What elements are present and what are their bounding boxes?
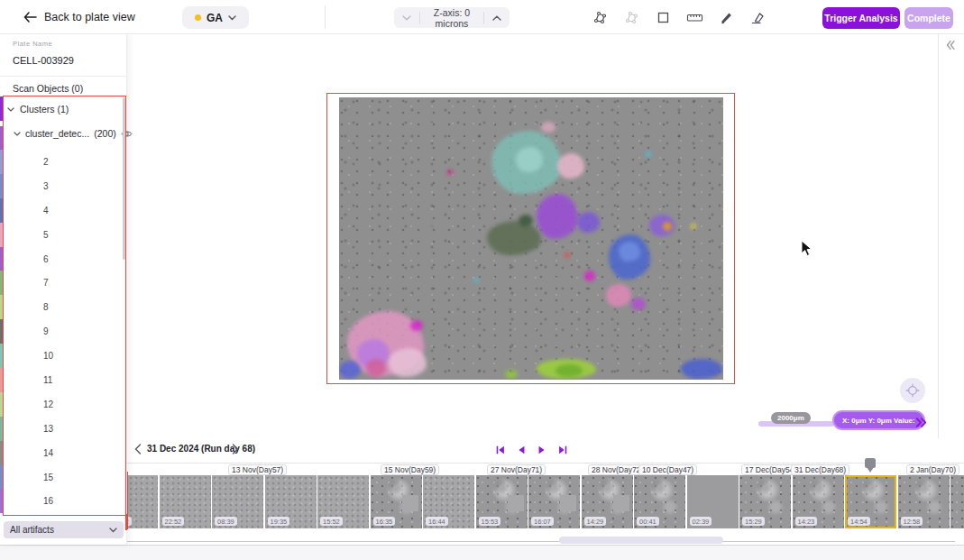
cluster-row[interactable]: 13 (0, 417, 124, 441)
well-selector-dropdown[interactable]: GA (182, 6, 249, 29)
cluster-color-chip (0, 417, 4, 441)
expand-right-icon[interactable] (913, 414, 929, 430)
cluster-id-label: 11 (43, 375, 52, 385)
timeline-thumbnail[interactable]: 19:35 (265, 475, 317, 528)
timeline-thumbnail[interactable]: 15:29 (739, 475, 791, 528)
thumbnail-timestamp: 14:29 (584, 517, 607, 526)
cluster-row[interactable]: 5 (0, 223, 124, 247)
polygon-select-disabled-icon[interactable] (622, 7, 640, 27)
cluster-row[interactable]: 8 (0, 295, 124, 319)
cluster-row[interactable]: 6 (0, 247, 124, 271)
back-to-plate-view-button[interactable]: Back to plate view (23, 8, 135, 26)
cell-cluster-blob (619, 242, 640, 262)
cluster-color-chip (0, 271, 4, 295)
cluster-id-label: 15 (43, 473, 53, 482)
timeline-thumbnail[interactable]: 12:58 (898, 475, 950, 528)
microscopy-image-canvas[interactable] (339, 97, 723, 380)
recenter-button[interactable] (900, 378, 925, 403)
cluster-row[interactable]: 11 (0, 368, 124, 392)
horizontal-scrollbar-thumb[interactable] (559, 537, 723, 544)
trigger-analysis-button[interactable]: Trigger Analysis (822, 7, 900, 29)
next-date-button[interactable] (229, 443, 242, 455)
timeline-thumbnail[interactable]: 02:39 (687, 475, 739, 528)
eraser-icon[interactable] (748, 7, 767, 27)
next-frame-icon[interactable] (536, 444, 547, 455)
rectangle-select-icon[interactable] (654, 7, 672, 27)
polygon-select-icon[interactable] (591, 7, 609, 27)
cluster-row[interactable]: 14 (0, 441, 124, 465)
cluster-row[interactable]: 7 (0, 271, 124, 295)
well-status-dot (195, 14, 201, 21)
clusters-section-toggle[interactable]: Clusters (1) (7, 104, 69, 115)
timeline-thumbnail[interactable]: 00:41 (634, 475, 685, 528)
cell-cluster-blob (681, 359, 722, 379)
chevron-down-icon (14, 132, 21, 136)
cluster-id-label: 8 (43, 302, 49, 312)
timeline-date-marker: 13 Nov(Day57) (228, 464, 287, 475)
cluster-id-label: 2 (43, 157, 49, 167)
sidebar-scrollbar-thumb[interactable] (123, 97, 125, 260)
z-axis-down-button[interactable] (394, 7, 419, 28)
complete-button[interactable]: Complete (904, 7, 953, 29)
cluster-row[interactable]: 9 (0, 319, 124, 344)
timeline-thumbnail[interactable]: 14:29 (582, 475, 633, 528)
timeline-thumbnail[interactable]: 15:53 (476, 475, 528, 528)
cell-cluster-blob (577, 212, 600, 233)
cell-cluster-blob (663, 222, 672, 231)
cluster-group-label: cluster_detec... (25, 128, 89, 139)
cell-cluster-blob (487, 221, 541, 255)
thumbnail-timestamp: 15:29 (742, 517, 765, 526)
previous-date-button[interactable] (132, 443, 144, 455)
timeline-date-marker: 2 Jan(Day70) (906, 464, 959, 475)
previous-frame-icon[interactable] (515, 444, 527, 455)
horizontal-scrollbar-track[interactable] (127, 541, 955, 542)
artifacts-filter-value: All artifacts (10, 525, 54, 535)
cluster-id-label: 3 (43, 181, 49, 191)
cluster-row[interactable]: 2 (0, 150, 124, 174)
thumbnail-timestamp: 14:23 (795, 517, 818, 526)
cluster-row[interactable]: 15 (0, 465, 124, 490)
z-axis-up-button[interactable] (484, 7, 510, 28)
thumbnail-patch (560, 495, 576, 511)
bottom-background-strip (0, 545, 964, 560)
cluster-id-label: 16 (43, 496, 53, 506)
cell-cluster-blob (691, 224, 696, 229)
skip-to-start-icon[interactable] (494, 444, 506, 455)
timeline-thumbnail[interactable]: 22:52 (160, 475, 211, 528)
timeline-thumbnail[interactable]: 16:44 (423, 475, 474, 528)
cell-cluster-blob (505, 370, 518, 379)
pen-icon[interactable] (717, 7, 735, 27)
timeline-thumbnail[interactable]: 15:52 (317, 475, 369, 528)
cluster-id-label: 7 (43, 278, 49, 288)
thumbnail-timestamp: 00:41 (637, 517, 659, 526)
toolbar-divider (325, 5, 326, 29)
thumbnail-timestamp: 12:58 (901, 517, 923, 526)
timeline-date-marker: 10 Dec(Day47) (638, 464, 697, 475)
timeline-thumbnail[interactable]: 14:23 (793, 475, 844, 528)
cluster-group-count: (200) (94, 128, 116, 139)
cluster-row[interactable]: 4 (0, 198, 124, 223)
timeline-thumbnail[interactable]: 16:35 (371, 475, 422, 528)
cluster-row[interactable]: 12 (0, 392, 124, 417)
cluster-group-toggle[interactable]: cluster_detec... (200) (14, 128, 122, 139)
timeline-scrubber-handle[interactable] (865, 458, 876, 468)
cluster-row[interactable]: 10 (0, 344, 124, 368)
artifacts-filter-dropdown[interactable]: All artifacts (4, 521, 124, 538)
scan-objects-section[interactable]: Scan Objects (0) (13, 83, 83, 94)
ruler-icon[interactable] (685, 7, 703, 27)
cluster-id-label: 10 (43, 351, 53, 361)
skip-to-end-icon[interactable] (556, 444, 568, 455)
cluster-row[interactable]: 3 (0, 174, 124, 198)
chevron-down-icon (228, 15, 236, 21)
timeline-thumbnail[interactable]: 16:07 (528, 475, 580, 528)
thumbnail-timestamp: 19:35 (268, 517, 290, 526)
cluster-row[interactable]: 16 (0, 489, 124, 513)
timeline-thumbnail[interactable]: 08:39 (212, 475, 263, 528)
top-toolbar: Back to plate view GA Z-axis: 0 microns (0, 0, 964, 34)
cluster-color-chip (0, 223, 4, 247)
timeline-thumbnail-selected[interactable]: 14:54 (845, 475, 896, 528)
timeline-thumbnail[interactable] (950, 475, 964, 528)
collapse-panel-icon[interactable] (942, 37, 959, 53)
thumbnail-timestamp: 08:39 (215, 517, 237, 526)
cell-cluster-blob (516, 147, 543, 172)
